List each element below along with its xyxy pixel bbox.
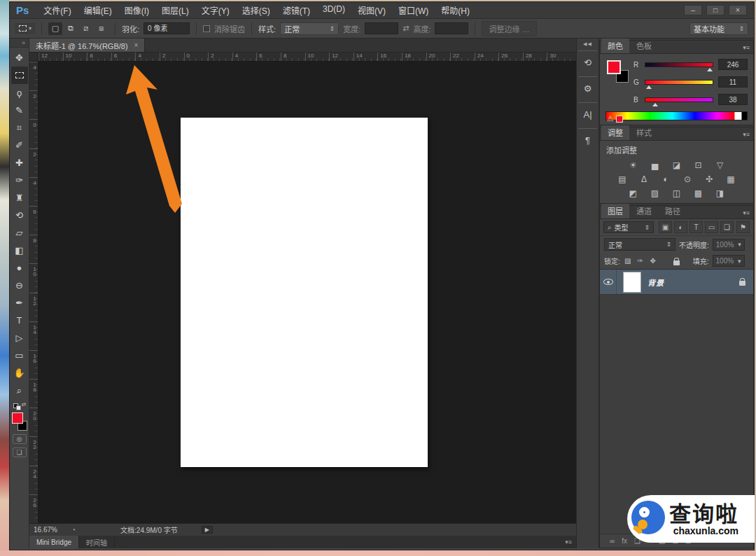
crop-tool[interactable]: ⌗ <box>11 119 28 137</box>
color-spectrum-ramp[interactable] <box>606 111 748 120</box>
menu-item[interactable]: 窗口(W) <box>392 4 435 16</box>
lock-image-pixels-icon[interactable]: ✑ <box>636 257 645 265</box>
hand-tool[interactable]: ✋ <box>11 364 28 382</box>
slider-marker[interactable] <box>646 85 652 89</box>
filter-pixel-layers-icon[interactable]: ▣ <box>659 221 672 233</box>
close-button[interactable]: × <box>729 5 747 15</box>
curves-adjustment-icon[interactable]: ◪ <box>670 160 684 171</box>
blue-channel-value[interactable]: 38 <box>718 94 748 105</box>
properties-panel-icon[interactable]: ⚙ <box>578 76 597 100</box>
gamut-warning[interactable]: ⚠ <box>607 114 623 123</box>
character-panel-icon[interactable]: A| <box>578 102 597 126</box>
zoom-tool[interactable]: ⌕ <box>11 382 28 399</box>
lock-all-icon[interactable] <box>673 260 680 265</box>
new-selection-mode-button[interactable]: ▢ <box>48 22 62 35</box>
style-select[interactable]: 正常 ⇕ <box>280 22 339 35</box>
foreground-color-swatch[interactable] <box>607 60 621 74</box>
screen-mode-button[interactable]: ❏ <box>13 447 27 457</box>
menu-item[interactable]: 选择(S) <box>236 4 276 16</box>
menu-item[interactable]: 图层(L) <box>155 4 195 16</box>
height-input[interactable] <box>435 22 468 34</box>
panel-menu-icon[interactable]: ▾≡ <box>565 538 576 545</box>
minimize-button[interactable]: – <box>684 5 702 15</box>
layer-style-icon[interactable]: fx <box>622 537 627 545</box>
feather-input[interactable]: 0 像素 <box>144 22 190 34</box>
blur-tool[interactable]: ● <box>11 259 28 277</box>
menu-item[interactable]: 图像(I) <box>118 4 155 16</box>
filter-toggle-icon[interactable]: ⚑ <box>736 221 750 233</box>
link-layers-icon[interactable]: ∞ <box>610 537 615 545</box>
filter-adjustment-layers-icon[interactable]: ◐ <box>674 221 687 233</box>
intersect-selection-mode-button[interactable]: ⧈ <box>94 22 108 35</box>
menu-item[interactable]: 帮助(H) <box>435 4 476 16</box>
black-white-adjustment-icon[interactable]: ◐ <box>659 174 673 185</box>
spot-healing-brush-tool[interactable]: ✚ <box>11 154 28 172</box>
fill-field[interactable]: 100% ▾ <box>713 255 745 267</box>
document-tab[interactable]: 未标题-1 @ 16.7%(RGB/8) × <box>29 39 145 52</box>
menu-item[interactable]: 文字(Y) <box>195 4 236 16</box>
lasso-tool[interactable]: ϙ <box>11 84 28 102</box>
quick-mask-button[interactable]: ◎ <box>13 434 27 444</box>
eyedropper-tool[interactable]: ✐ <box>11 137 28 154</box>
channel-mixer-adjustment-icon[interactable]: ✣ <box>702 174 716 185</box>
selective-color-adjustment-icon[interactable]: ▩ <box>692 188 706 199</box>
gradient-tool[interactable]: ◧ <box>11 242 28 259</box>
green-channel-value[interactable]: 11 <box>718 76 748 88</box>
layer-visibility-toggle[interactable] <box>600 270 617 294</box>
green-channel-slider[interactable] <box>645 80 713 85</box>
canvas-workspace[interactable] <box>38 62 576 523</box>
opacity-field[interactable]: 100% ▾ <box>713 239 745 251</box>
quick-selection-tool[interactable]: ✎ <box>11 102 28 119</box>
layer-filter-type-select[interactable]: ⌕ 类型 ⇕ <box>603 221 654 233</box>
hue-saturation-adjustment-icon[interactable]: ▤ <box>615 174 629 185</box>
collapse-panels-icon[interactable]: ◀◀ <box>577 39 598 48</box>
menu-item[interactable]: 3D(D) <box>316 4 351 16</box>
slider-marker[interactable] <box>652 103 658 106</box>
panel-menu-icon[interactable]: ▾≡ <box>743 44 753 53</box>
tab-paths[interactable]: 路径 <box>659 204 687 218</box>
eraser-tool[interactable]: ▱ <box>11 224 28 242</box>
tab-adjustments[interactable]: 调整 <box>601 125 629 140</box>
clone-stamp-tool[interactable]: ♜ <box>11 189 28 207</box>
refine-edge-button[interactable]: 调整边缘 … <box>482 21 536 36</box>
red-channel-slider[interactable] <box>645 62 713 67</box>
posterize-adjustment-icon[interactable]: ▨ <box>648 188 662 199</box>
rectangle-tool[interactable]: ▭ <box>11 347 28 364</box>
document-canvas-page[interactable] <box>181 118 428 467</box>
panel-menu-icon[interactable]: ▾≡ <box>743 209 753 218</box>
move-tool[interactable]: ✥ <box>11 49 28 67</box>
tab-styles[interactable]: 样式 <box>630 125 658 140</box>
color-balance-adjustment-icon[interactable]: Δ <box>637 174 651 185</box>
filter-smart-objects-icon[interactable]: ❏ <box>720 221 734 233</box>
menu-item[interactable]: 文件(F) <box>37 4 77 16</box>
gradient-map-adjustment-icon[interactable]: ◨ <box>713 188 727 199</box>
dodge-tool[interactable]: ⊖ <box>11 277 28 294</box>
exposure-adjustment-icon[interactable]: ⊡ <box>692 160 706 171</box>
filter-type-layers-icon[interactable]: T <box>690 221 703 233</box>
zoom-level-field[interactable]: 16.67% <box>34 526 66 534</box>
paragraph-panel-icon[interactable]: ¶ <box>578 128 597 152</box>
blue-channel-slider[interactable] <box>645 97 713 102</box>
menu-item[interactable]: 编辑(E) <box>78 4 118 16</box>
lock-transparent-pixels-icon[interactable]: ▨ <box>624 257 632 265</box>
layer-name[interactable]: 背景 <box>648 277 664 288</box>
vibrance-adjustment-icon[interactable]: ▽ <box>713 160 727 171</box>
swap-dimensions-icon[interactable]: ⇄ <box>402 24 409 33</box>
color-lookup-adjustment-icon[interactable]: ▦ <box>724 174 738 185</box>
layer-thumbnail[interactable] <box>623 272 641 293</box>
blend-mode-select[interactable]: 正常 ⇕ <box>604 238 676 251</box>
menu-item[interactable]: 视图(V) <box>351 4 392 16</box>
levels-adjustment-icon[interactable]: ▅ <box>648 160 662 171</box>
width-input[interactable] <box>365 22 398 34</box>
slider-marker[interactable] <box>707 68 713 71</box>
subtract-from-selection-mode-button[interactable]: ⧄ <box>79 22 93 35</box>
menu-item[interactable]: 滤镜(T) <box>276 4 316 16</box>
type-tool[interactable]: T <box>11 312 28 329</box>
red-channel-value[interactable]: 246 <box>718 59 748 70</box>
threshold-adjustment-icon[interactable]: ◫ <box>670 188 684 199</box>
antialias-checkbox[interactable] <box>203 25 210 32</box>
workspace-select[interactable]: 基本功能 ⇕ <box>690 22 748 35</box>
tab-swatches[interactable]: 色板 <box>630 39 658 53</box>
tab-channels[interactable]: 通道 <box>630 204 658 218</box>
document-close-icon[interactable]: × <box>134 41 139 49</box>
